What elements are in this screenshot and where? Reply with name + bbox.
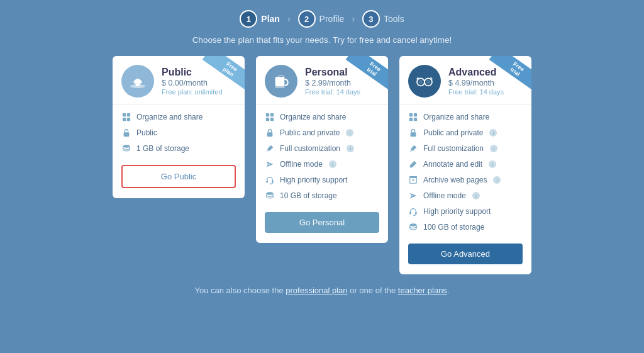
info-dot-personal-3[interactable]: i <box>347 145 354 152</box>
advanced-plan-card: Free trial Advanced $ 4.99/mon <box>399 56 531 274</box>
professional-plan-link[interactable]: professional plan <box>286 286 347 295</box>
advanced-feature-4: Annotate and edit i <box>408 159 523 169</box>
storage-icon-public <box>121 143 131 154</box>
advanced-feature-5-text: Archive web pages <box>423 176 487 184</box>
lock-icon-personal <box>265 128 275 138</box>
public-feature-1: Organize and share <box>121 112 236 122</box>
advanced-feature-5: Archive web pages i <box>408 175 523 185</box>
brush-icon-personal <box>265 143 275 154</box>
personal-feature-3-text: Full customization <box>280 144 340 153</box>
svg-point-33 <box>419 80 423 84</box>
advanced-feature-2: Public and private i <box>408 128 523 138</box>
advanced-feature-3-text: Full customization <box>423 144 484 153</box>
advanced-feature-2-text: Public and private <box>423 128 483 137</box>
personal-feature-1-text: Organize and share <box>280 113 346 121</box>
advanced-feature-3: Full customization i <box>408 143 523 154</box>
plane-icon-personal <box>265 159 275 169</box>
svg-point-25 <box>133 80 142 84</box>
step-arrow-1: › <box>287 14 291 24</box>
grid-icon-personal <box>265 112 275 122</box>
go-public-button[interactable]: Go Public <box>121 165 236 188</box>
info-dot-advanced-5[interactable]: i <box>493 176 501 184</box>
storage-icon-advanced <box>408 222 418 232</box>
advanced-feature-8: 100 GB of storage <box>408 222 523 232</box>
step-2-circle: 2 <box>298 10 316 28</box>
go-personal-button[interactable]: Go Personal <box>265 212 379 233</box>
grid-icon-advanced <box>408 112 418 122</box>
bottom-text-middle: or one of the <box>348 286 398 295</box>
advanced-feature-1-text: Organize and share <box>423 113 489 121</box>
svg-rect-26 <box>136 84 140 86</box>
info-dot-advanced-6[interactable]: i <box>472 192 480 199</box>
public-plan-trial: Free plan: unlimited <box>162 88 223 96</box>
step-1-circle: 1 <box>240 10 257 28</box>
public-feature-list: Organize and share Public 1 GB of storag… <box>113 104 245 159</box>
personal-feature-6: 10 GB of storage <box>265 191 379 201</box>
step-1[interactable]: 1 Plan <box>240 10 280 28</box>
personal-feature-2-text: Public and private <box>280 128 340 137</box>
advanced-feature-6-text: Offline mode <box>423 191 466 200</box>
personal-feature-6-text: 10 GB of storage <box>280 191 337 200</box>
advanced-feature-list: Organize and share Public and private i … <box>399 104 531 237</box>
public-btn-area: Go Public <box>113 159 245 188</box>
advanced-feature-7-text: High priority support <box>423 207 491 216</box>
teacher-plans-link[interactable]: teacher plans <box>398 286 447 295</box>
personal-plan-icon <box>265 65 297 98</box>
advanced-plan-trial: Free trial: 14 days <box>448 88 504 96</box>
advanced-feature-7: High priority support <box>408 206 523 216</box>
personal-feature-2: Public and private i <box>265 128 379 138</box>
public-plan-icon <box>121 65 154 98</box>
personal-plan-card: Free trial Personal $ 2.99/month Free tr… <box>256 56 388 243</box>
step-2[interactable]: 2 Profile <box>298 10 345 28</box>
personal-feature-4: Offline mode i <box>265 159 379 169</box>
lock-icon-advanced <box>408 128 418 138</box>
step-1-label: Plan <box>261 14 280 24</box>
headset-icon-advanced <box>408 206 418 216</box>
public-plan-price: $ 0.00/month <box>162 79 223 87</box>
info-dot-advanced-3[interactable]: i <box>490 145 497 152</box>
step-arrow-2: › <box>352 14 355 24</box>
step-3-circle: 3 <box>362 10 380 28</box>
personal-feature-list: Organize and share Public and private i … <box>256 104 388 206</box>
public-plan-name: Public <box>162 67 223 78</box>
storage-icon-personal <box>265 191 275 201</box>
bottom-text-before: You can also choose the <box>194 286 286 295</box>
go-advanced-button[interactable]: Go Advanced <box>408 244 523 264</box>
personal-feature-3: Full customization i <box>265 143 379 154</box>
public-feature-3: 1 GB of storage <box>121 143 236 154</box>
advanced-plan-icon <box>408 65 441 98</box>
edit-icon-advanced <box>408 159 418 169</box>
public-feature-2: Public <box>121 128 236 138</box>
personal-plan-trial: Free trial: 14 days <box>305 88 360 96</box>
bottom-text: You can also choose the professional pla… <box>194 286 449 295</box>
advanced-feature-8-text: 100 GB of storage <box>423 223 484 232</box>
step-3[interactable]: 3 Tools <box>362 10 404 28</box>
advanced-feature-4-text: Annotate and edit <box>423 160 482 169</box>
public-feature-3-text: 1 GB of storage <box>136 144 189 153</box>
subtitle: Choose the plan that fits your needs. Tr… <box>192 35 452 45</box>
personal-feature-5: High priority support <box>265 175 379 185</box>
public-feature-1-text: Organize and share <box>136 113 203 121</box>
organize-icon <box>121 112 131 122</box>
svg-rect-28 <box>275 86 285 88</box>
svg-rect-27 <box>275 77 285 86</box>
info-dot-personal-2[interactable]: i <box>346 129 353 137</box>
info-dot-advanced-2[interactable]: i <box>489 129 497 137</box>
advanced-feature-6: Offline mode i <box>408 191 523 201</box>
personal-feature-4-text: Offline mode <box>280 160 323 169</box>
personal-feature-5-text: High priority support <box>280 176 347 184</box>
info-dot-advanced-4[interactable]: i <box>489 160 496 168</box>
public-feature-2-text: Public <box>136 128 157 137</box>
stepper: 1 Plan › 2 Profile › 3 Tools <box>240 0 404 35</box>
advanced-feature-1: Organize and share <box>408 112 523 122</box>
lock-open-icon <box>121 128 131 138</box>
info-dot-personal-4[interactable]: i <box>329 160 336 168</box>
personal-plan-name: Personal <box>305 67 360 78</box>
archive-icon-advanced <box>408 175 418 185</box>
svg-point-34 <box>426 80 431 84</box>
advanced-plan-name: Advanced <box>448 67 504 78</box>
plane-icon-advanced <box>408 191 418 201</box>
headset-icon-personal <box>265 175 275 185</box>
advanced-btn-area: Go Advanced <box>399 237 531 264</box>
step-3-label: Tools <box>384 14 404 24</box>
